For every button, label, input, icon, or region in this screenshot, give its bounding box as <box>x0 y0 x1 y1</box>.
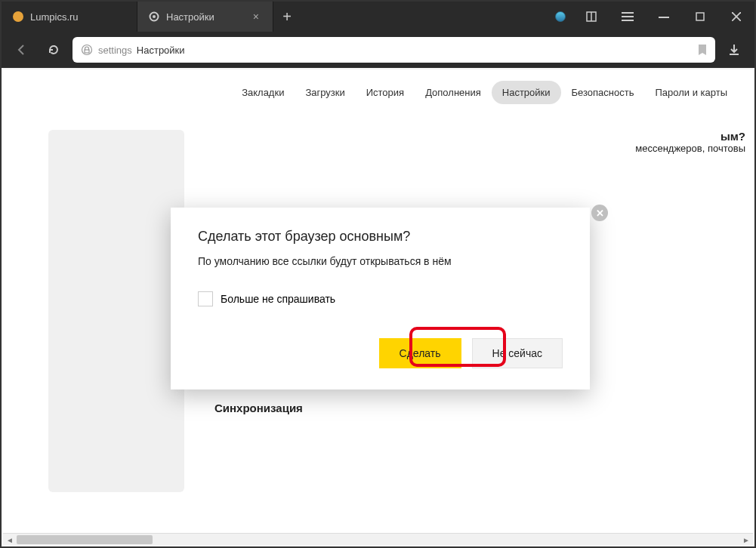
new-tab-button[interactable]: + <box>273 2 301 32</box>
svg-rect-9 <box>696 13 704 20</box>
tab-title: Lumpics.ru <box>30 11 126 23</box>
address-field[interactable]: settings Настройки <box>73 37 715 63</box>
svg-rect-5 <box>622 12 634 14</box>
close-icon[interactable]: × <box>250 9 262 24</box>
favicon-icon <box>12 11 24 23</box>
back-button[interactable] <box>9 37 35 63</box>
scrollbar-thumb[interactable] <box>17 535 153 544</box>
modal-text: По умолчанию все ссылки будут открыватьс… <box>198 255 563 267</box>
svg-rect-7 <box>622 20 634 21</box>
status-dot-icon[interactable] <box>555 11 566 22</box>
svg-point-0 <box>13 11 23 22</box>
scroll-right-icon[interactable]: ► <box>739 534 753 546</box>
modal-title: Сделать этот браузер основным? <box>198 229 563 245</box>
tab-settings[interactable]: Настройки × <box>137 2 273 32</box>
horizontal-scrollbar[interactable]: ◄ ► <box>3 533 753 545</box>
minimize-icon[interactable] <box>646 2 682 32</box>
checkbox-label: Больше не спрашивать <box>221 293 335 305</box>
menu-icon[interactable] <box>609 2 646 32</box>
modal-overlay: ✕ Сделать этот браузер основным? По умол… <box>3 69 753 533</box>
reload-button[interactable] <box>41 37 66 63</box>
window-controls <box>548 2 754 32</box>
svg-rect-8 <box>659 17 669 18</box>
checkbox[interactable] <box>198 291 213 306</box>
default-browser-modal: ✕ Сделать этот браузер основным? По умол… <box>171 208 590 389</box>
tab-strip: Lumpics.ru Настройки × + <box>2 2 754 32</box>
svg-rect-6 <box>622 16 634 17</box>
svg-rect-13 <box>85 50 89 53</box>
reader-icon[interactable] <box>573 2 609 32</box>
confirm-button[interactable]: Сделать <box>379 338 461 368</box>
browser-window: Lumpics.ru Настройки × + <box>0 0 756 548</box>
address-text: Настройки <box>137 45 185 56</box>
tab-title: Настройки <box>166 11 244 23</box>
downloads-button[interactable] <box>721 37 747 63</box>
modal-actions: Сделать Не сейчас <box>198 338 563 368</box>
gear-icon <box>148 11 160 23</box>
svg-point-2 <box>153 15 156 18</box>
dont-ask-row[interactable]: Больше не спрашивать <box>198 291 563 306</box>
close-window-icon[interactable] <box>718 2 754 32</box>
address-prefix: settings <box>98 45 132 56</box>
address-bar: settings Настройки <box>2 32 754 68</box>
scroll-left-icon[interactable]: ◄ <box>3 534 17 546</box>
modal-close-icon[interactable]: ✕ <box>591 205 608 221</box>
bookmark-icon[interactable] <box>697 44 708 56</box>
content-area: Закладки Загрузки История Дополнения Нас… <box>3 69 753 533</box>
tab-lumpics[interactable]: Lumpics.ru <box>2 2 137 32</box>
maximize-icon[interactable] <box>682 2 718 32</box>
lock-icon <box>80 43 94 57</box>
not-now-button[interactable]: Не сейчас <box>472 338 563 368</box>
